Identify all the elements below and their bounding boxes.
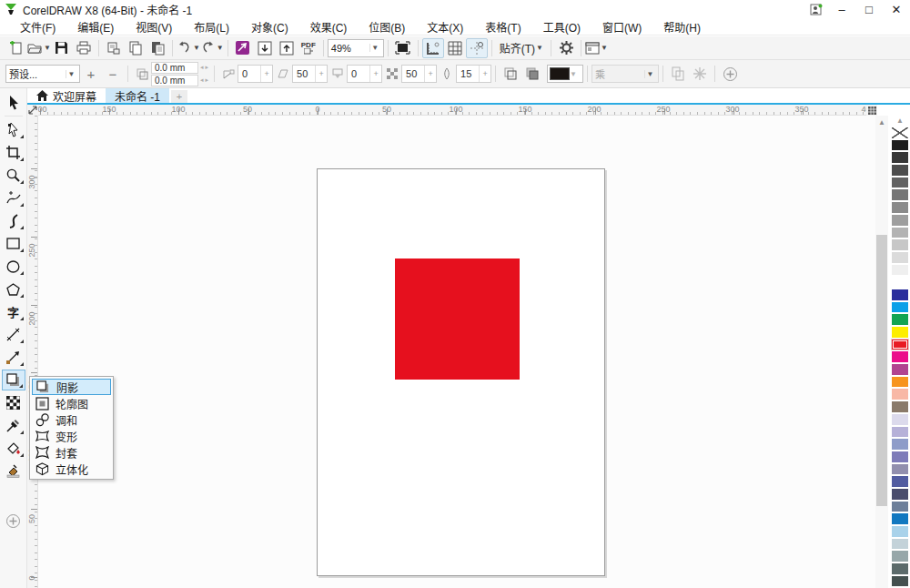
menu-item-object[interactable]: 对象(C): [240, 17, 299, 36]
menu-item-file[interactable]: 文件(F): [9, 17, 66, 36]
palette-swatch[interactable]: [891, 350, 909, 363]
shadow-angle-value[interactable]: 0: [238, 68, 260, 79]
shadow-angle-spinner[interactable]: +: [260, 66, 272, 82]
copy-shadow-properties-button[interactable]: [667, 64, 689, 84]
tab-welcome-screen[interactable]: 欢迎屏幕: [27, 88, 106, 103]
palette-swatch[interactable]: [891, 388, 909, 400]
shadow-feather-spinner[interactable]: +: [479, 66, 490, 82]
palette-swatch[interactable]: [891, 188, 909, 201]
flyout-item-distort[interactable]: 变形: [32, 428, 111, 444]
palette-swatch[interactable]: [891, 289, 909, 301]
shape-tool[interactable]: [2, 119, 25, 140]
launcher-caret[interactable]: ▼: [601, 44, 608, 52]
menu-item-view[interactable]: 视图(V): [125, 17, 183, 36]
vertical-scrollbar[interactable]: ▲: [875, 116, 888, 588]
palette-swatch[interactable]: [891, 339, 909, 351]
menu-item-tools[interactable]: 工具(O): [532, 17, 592, 36]
pick-tool[interactable]: [2, 92, 25, 113]
redo-dropdown-caret[interactable]: ▼: [217, 44, 224, 52]
preset-caret[interactable]: ▼: [66, 70, 76, 78]
shadow-color-picker[interactable]: ▼: [547, 65, 583, 83]
import-button[interactable]: [254, 38, 276, 58]
offset-x-value[interactable]: 0.0 mm: [151, 62, 198, 74]
scroll-up-arrow[interactable]: ▲: [875, 116, 888, 128]
connector-tool[interactable]: [2, 347, 25, 368]
menu-item-text[interactable]: 文本(X): [416, 17, 474, 36]
minimize-button[interactable]: –: [828, 0, 855, 18]
close-button[interactable]: ✕: [883, 0, 910, 18]
zoom-dropdown-caret[interactable]: ▼: [369, 44, 380, 52]
shadow-opacity-value[interactable]: 50: [402, 68, 424, 79]
red-rectangle-object[interactable]: [395, 259, 520, 380]
palette-swatch[interactable]: [891, 177, 909, 189]
vertical-ruler[interactable]: 300 250 200 150 100 50 0: [27, 116, 38, 588]
palette-swatch[interactable]: [891, 276, 909, 289]
options-gear-button[interactable]: [555, 38, 577, 58]
delete-preset-button[interactable]: −: [102, 64, 124, 84]
account-icon[interactable]: [804, 0, 828, 18]
scrollbar-thumb[interactable]: [876, 235, 887, 506]
shadow-feather-value[interactable]: 15: [457, 68, 479, 79]
shadow-extend-spinner[interactable]: +: [315, 66, 327, 82]
shadow-fade-spinner[interactable]: +: [369, 66, 381, 82]
add-tools-button[interactable]: [2, 511, 25, 532]
new-document-button[interactable]: [5, 38, 27, 58]
horizontal-ruler[interactable]: 200 150 100 50 0 50 100 150 200 250 300 …: [38, 105, 866, 116]
palette-swatch[interactable]: [891, 326, 909, 339]
palette-swatch[interactable]: [891, 264, 909, 277]
transparency-tool[interactable]: [2, 392, 25, 413]
offset-x-spinner[interactable]: ◂▸: [200, 64, 210, 71]
palette-swatch[interactable]: [891, 426, 909, 439]
crop-tool[interactable]: [2, 142, 25, 163]
fullscreen-preview-button[interactable]: [392, 38, 414, 58]
zoom-level-combo[interactable]: 49% ▼: [328, 39, 384, 57]
palette-swatch[interactable]: [891, 488, 909, 501]
shadow-extend-field[interactable]: 50 +: [292, 65, 328, 83]
drop-shadow-tool[interactable]: [2, 370, 25, 390]
shadow-angle-field[interactable]: 0 +: [238, 65, 273, 83]
flyout-item-envelope[interactable]: 封套: [32, 444, 111, 461]
shadow-opacity-spinner[interactable]: +: [424, 66, 436, 82]
clear-shadow-button[interactable]: [689, 64, 711, 84]
palette-swatch[interactable]: [891, 538, 909, 551]
redo-button[interactable]: ▼: [200, 38, 224, 58]
flyout-item-blend[interactable]: 调和: [32, 411, 111, 428]
palette-swatch[interactable]: [891, 525, 909, 538]
print-button[interactable]: [73, 38, 95, 58]
menu-item-table[interactable]: 表格(T): [474, 17, 531, 36]
save-button[interactable]: [51, 38, 73, 58]
palette-swatch-none[interactable]: [891, 127, 909, 139]
flyout-item-extrude[interactable]: 立体化: [32, 461, 111, 477]
show-rulers-toggle[interactable]: [422, 38, 444, 58]
tab-document-1[interactable]: 未命名 -1: [106, 88, 169, 103]
shadow-offset-x-field[interactable]: 0.0 mm ◂▸: [151, 62, 210, 74]
palette-swatch[interactable]: [891, 563, 909, 575]
snap-to-dropdown[interactable]: 贴齐(T) ▼: [496, 38, 547, 58]
show-grid-toggle[interactable]: [444, 38, 466, 58]
palette-swatch[interactable]: [891, 438, 909, 451]
shadow-offset-y-field[interactable]: 0.0 mm ◂▸: [151, 75, 210, 86]
feather-edges-button[interactable]: [521, 64, 543, 84]
palette-swatch[interactable]: [891, 238, 909, 251]
menu-item-help[interactable]: 帮助(H): [652, 17, 712, 36]
feather-direction-button[interactable]: [500, 64, 521, 84]
cut-button[interactable]: [103, 38, 125, 58]
rectangle-tool[interactable]: [2, 233, 25, 254]
shadow-fade-value[interactable]: 0: [348, 68, 369, 79]
text-tool[interactable]: 字: [2, 301, 25, 322]
palette-swatch[interactable]: [891, 512, 909, 525]
palette-swatch[interactable]: [891, 313, 909, 326]
palette-swatch[interactable]: [891, 501, 909, 513]
palette-swatch[interactable]: [891, 139, 909, 152]
freehand-tool[interactable]: [2, 188, 25, 208]
zoom-tool[interactable]: [2, 165, 25, 186]
menu-item-edit[interactable]: 编辑(E): [66, 17, 125, 36]
ruler-origin-button[interactable]: [27, 105, 38, 116]
shadow-color-caret[interactable]: ▼: [570, 70, 577, 78]
maximize-button[interactable]: □: [855, 0, 883, 18]
palette-swatch[interactable]: [891, 251, 909, 264]
palette-swatch[interactable]: [891, 550, 909, 563]
undo-dropdown-caret[interactable]: ▼: [193, 44, 200, 52]
open-document-button[interactable]: ▼: [27, 38, 51, 58]
polygon-tool[interactable]: [2, 279, 25, 299]
